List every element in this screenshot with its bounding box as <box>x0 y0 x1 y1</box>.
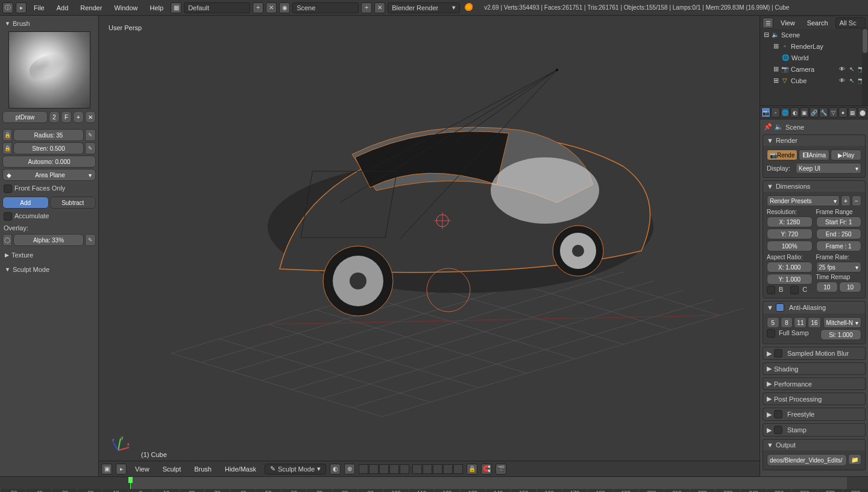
object-tab-icon[interactable]: ▣ <box>800 107 809 118</box>
cursor-icon[interactable]: ↖ <box>848 66 856 72</box>
render-presets-selector[interactable]: Render Presets▾ <box>767 195 840 206</box>
pin-icon[interactable]: 📌 <box>764 123 772 131</box>
aa-5-button[interactable]: 5 <box>767 317 779 328</box>
collapse-menus-icon[interactable]: ▸ <box>16 2 27 13</box>
outliner-scrollbar[interactable] <box>862 28 868 106</box>
vp-menu-sculpt[interactable]: Sculpt <box>158 464 186 475</box>
brush-panel-header[interactable]: ▼Brush <box>2 18 96 29</box>
vp-menu-brush[interactable]: Brush <box>189 464 216 475</box>
preset-add-icon[interactable]: + <box>841 195 851 206</box>
pivot-icon[interactable]: ⊕ <box>344 464 355 475</box>
radius-lock-icon[interactable]: 🔒 <box>2 129 12 141</box>
render-preview-icon[interactable]: 🎬 <box>495 464 506 475</box>
output-section-header[interactable]: ▼Output <box>763 440 865 450</box>
data-tab-icon[interactable]: ▽ <box>829 107 838 118</box>
viewport-editor-type-icon[interactable]: ▣ <box>101 464 112 475</box>
delete-layout-icon[interactable]: ✕ <box>266 2 277 13</box>
remap-new-field[interactable]: 10 <box>839 282 861 292</box>
scene-tab-icon[interactable]: 🌐 <box>781 107 790 118</box>
lock-camera-icon[interactable]: 🔒 <box>467 464 477 475</box>
shading-section-header[interactable]: ▶Shading <box>763 363 865 374</box>
performance-section-header[interactable]: ▶Performance <box>763 378 865 390</box>
fps-selector[interactable]: 25 fps▾ <box>816 262 862 273</box>
menu-help[interactable]: Help <box>145 2 169 13</box>
renderlayers-tab-icon[interactable]: ▫ <box>771 107 780 118</box>
texture-panel-header[interactable]: ▶Texture <box>2 250 96 260</box>
alpha-field[interactable]: Alpha: 33% <box>13 234 84 246</box>
output-path-field[interactable]: deos/Blender_Video_Edits/ <box>767 454 847 466</box>
subtract-direction-button[interactable]: Subtract <box>50 197 96 209</box>
world-tab-icon[interactable]: ◐ <box>790 107 799 118</box>
outliner-item-world[interactable]: 🌐World <box>761 52 867 63</box>
menu-render[interactable]: Render <box>75 2 107 13</box>
accumulate-checkbox[interactable]: Accumulate <box>2 210 96 223</box>
layout-browse-icon[interactable]: ▦ <box>171 2 181 13</box>
brush-unlink-icon[interactable]: ✕ <box>85 111 96 123</box>
menu-file[interactable]: File <box>29 2 49 13</box>
viewport-collapse-icon[interactable]: ▸ <box>116 464 127 475</box>
aa-size-field[interactable]: Si: 1.000 <box>820 329 861 340</box>
vp-menu-view[interactable]: View <box>130 464 154 475</box>
aa-8-button[interactable]: 8 <box>781 317 793 328</box>
aa-filter-selector[interactable]: Mitchell-N▾ <box>823 317 861 328</box>
editor-type-icon[interactable]: ⓘ <box>2 2 13 13</box>
render-button[interactable]: 📷Rende <box>767 150 797 160</box>
outliner-view-menu[interactable]: View <box>776 17 800 28</box>
constraints-tab-icon[interactable]: 🔗 <box>810 107 819 118</box>
brush-users[interactable]: 2 <box>49 111 60 123</box>
brush-add-icon[interactable]: + <box>73 111 84 123</box>
animation-button[interactable]: 🎞Anima <box>799 150 829 160</box>
add-direction-button[interactable]: Add <box>2 197 49 209</box>
play-button[interactable]: ▶Play <box>831 150 861 160</box>
snap-icon[interactable]: 🧲 <box>481 464 492 475</box>
aspect-x-field[interactable]: X: 1.000 <box>767 262 813 273</box>
modifiers-tab-icon[interactable]: 🔧 <box>819 107 828 118</box>
fullsample-checkbox[interactable] <box>767 329 775 338</box>
browse-folder-icon[interactable]: 📁 <box>848 454 861 465</box>
sculpt-mode-panel-header[interactable]: ▼Sculpt Mode <box>2 264 96 275</box>
aa-enable-checkbox[interactable] <box>776 303 784 312</box>
preset-remove-icon[interactable]: − <box>852 195 861 206</box>
aa-11-button[interactable]: 11 <box>794 317 807 328</box>
shading-mode-icon[interactable]: ◐ <box>330 464 341 475</box>
mode-selector[interactable]: ✎Sculpt Mode▾ <box>265 464 326 475</box>
aa-16-button[interactable]: 16 <box>808 317 820 328</box>
start-frame-field[interactable]: Start Fr: 1 <box>816 216 862 227</box>
outliner-item-camera[interactable]: ⊞📷Camera👁↖📷 <box>761 63 867 75</box>
screen-layout-selector[interactable]: Default <box>184 2 250 13</box>
strength-lock-icon[interactable]: 🔒 <box>2 142 12 154</box>
brush-name-field[interactable]: ptDraw <box>2 111 48 123</box>
material-tab-icon[interactable]: ● <box>838 107 848 118</box>
render-engine-selector[interactable]: Blender Render▾ <box>388 2 460 13</box>
outliner-item-scene[interactable]: ⊟🔈Scene <box>761 29 867 40</box>
cursor-icon[interactable]: ↖ <box>848 77 856 84</box>
add-scene-icon[interactable]: + <box>361 2 372 13</box>
outliner-search-menu[interactable]: Search <box>802 17 833 28</box>
display-mode-selector[interactable]: Keep UI▾ <box>796 163 861 174</box>
aa-section-header[interactable]: ▼Anti-Aliasing <box>763 301 865 314</box>
end-frame-field[interactable]: End : 250 <box>816 229 862 239</box>
radius-pressure-icon[interactable]: ✎ <box>85 129 96 141</box>
strength-field[interactable]: Stren: 0.500 <box>13 142 84 154</box>
outliner-editor-type-icon[interactable]: ☰ <box>763 17 773 28</box>
border-checkbox[interactable] <box>767 286 775 294</box>
texture-tab-icon[interactable]: ▦ <box>848 107 857 118</box>
eye-icon[interactable]: 👁 <box>838 66 846 72</box>
motionblur-section-header[interactable]: ▶Sampled Motion Blur <box>763 347 865 359</box>
dimensions-section-header[interactable]: ▼Dimensions <box>763 181 865 192</box>
res-pct-field[interactable]: 100% <box>767 241 813 251</box>
outliner-item-cube[interactable]: ⊞▽Cube👁↖📷 <box>761 75 867 86</box>
res-y-field[interactable]: Y: 720 <box>767 229 813 239</box>
menu-window[interactable]: Window <box>109 2 142 13</box>
radius-field[interactable]: Radius: 35 <box>13 129 84 141</box>
outliner-item-renderlayers[interactable]: ⊞▫RenderLay <box>761 40 867 52</box>
remap-old-field[interactable]: 10 <box>816 282 838 292</box>
frame-step-field[interactable]: Frame : 1 <box>816 241 862 251</box>
strength-pressure-icon[interactable]: ✎ <box>85 142 96 154</box>
res-x-field[interactable]: X: 1280 <box>767 216 813 227</box>
add-layout-icon[interactable]: + <box>253 2 263 13</box>
overlay-pressure-icon[interactable]: ✎ <box>85 234 96 246</box>
sculpt-plane-selector[interactable]: ◆Area Plane▾ <box>2 169 96 181</box>
front-faces-checkbox[interactable]: Front Faces Only <box>2 182 96 195</box>
autosmooth-field[interactable]: Autosmo: 0.000 <box>2 156 96 168</box>
